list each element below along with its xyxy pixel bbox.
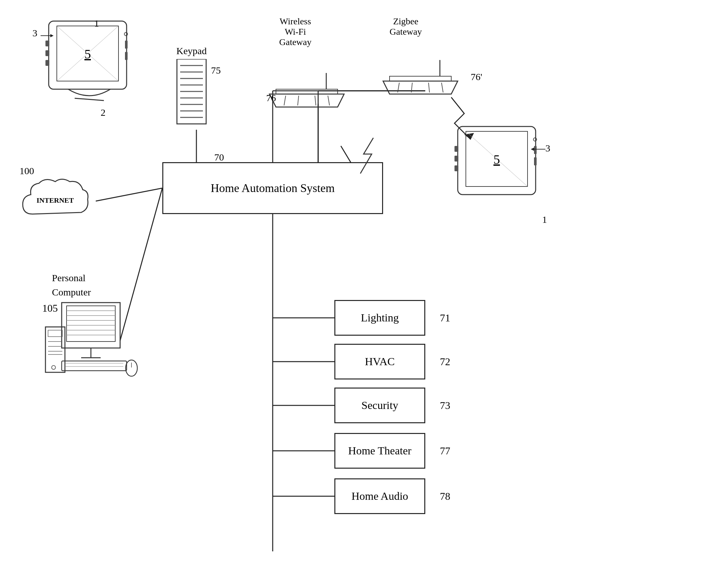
ref-77: 77 [440,445,450,457]
ref-76: 76 [266,92,276,104]
svg-rect-28 [46,60,49,66]
ref-78: 78 [440,491,450,502]
ref-105: 105 [42,302,139,314]
ref-100: 100 [20,165,34,176]
tablet-topleft: 5 [42,18,136,110]
pc-label1: Personal [52,273,139,283]
svg-point-82 [52,365,55,369]
svg-rect-77 [48,330,62,337]
wifi-gateway-device [266,72,347,115]
lightning-bolt [357,136,383,175]
arrow-3 [37,32,54,39]
internet-cloud: INTERNET [20,175,91,227]
svg-line-53 [442,83,443,92]
wifi-gateway-label: Wireless Wi-Fi Gateway [279,16,312,47]
svg-line-44 [284,96,286,105]
security-label: Security [361,399,398,412]
svg-rect-49 [390,76,451,81]
svg-line-0 [96,188,162,201]
has-label: Home Automation System [211,181,335,195]
svg-line-29 [75,98,104,101]
ref-70: 70 [214,152,224,163]
ref-71: 71 [440,312,450,324]
pc-label2: Computer [52,287,139,298]
diagram-container: INTERNET 100 5 [0,0,709,588]
ref-1-right: 1 [542,214,547,225]
ref-1-topleft: 1 [94,18,99,29]
svg-rect-24 [125,52,128,60]
ref-76prime: 76' [471,72,482,82]
keypad-label: Keypad [175,46,208,56]
svg-marker-65 [531,147,534,151]
ref-3-topleft: 3 [32,28,37,38]
zigbee-gateway-device [380,58,461,102]
subsystem-home-theater: Home Theater 77 [334,433,425,469]
tablet-right: 5 [451,123,545,225]
svg-rect-62 [454,156,458,162]
subsystem-lighting: Lighting 71 [334,300,425,336]
svg-rect-43 [276,89,338,94]
home-audio-label: Home Audio [351,490,409,502]
svg-rect-23 [125,40,128,49]
svg-rect-26 [46,40,49,46]
svg-line-51 [411,83,412,92]
svg-marker-31 [50,34,54,37]
svg-rect-63 [454,165,458,171]
svg-line-46 [315,96,316,105]
pc-area: Personal Computer [42,273,139,405]
svg-rect-27 [46,50,49,56]
svg-text:INTERNET: INTERNET [37,196,74,204]
svg-line-45 [298,96,299,105]
ref-73: 73 [440,399,450,412]
svg-point-86 [126,360,137,376]
hvac-label: HVAC [365,356,395,368]
svg-text:5: 5 [494,152,500,167]
svg-rect-61 [454,146,458,152]
ref-72: 72 [440,356,450,368]
arrow-3-right [529,146,549,152]
svg-rect-83 [62,361,127,371]
subsystem-home-audio: Home Audio 78 [334,478,425,514]
home-theater-label: Home Theater [348,445,412,457]
zigbee-gateway-label: Zigbee Gateway [390,16,422,37]
svg-text:5: 5 [84,47,91,61]
ref-75: 75 [211,65,221,76]
keypad: Keypad [175,46,208,129]
ref-2: 2 [101,107,105,118]
subsystem-security: Security 73 [334,388,425,423]
subsystem-hvac: HVAC 72 [334,344,425,380]
lighting-label: Lighting [361,312,399,324]
svg-line-47 [328,96,330,105]
svg-line-50 [398,83,399,92]
svg-line-52 [428,83,429,92]
svg-rect-59 [534,157,536,165]
has-box: Home Automation System [162,162,383,214]
